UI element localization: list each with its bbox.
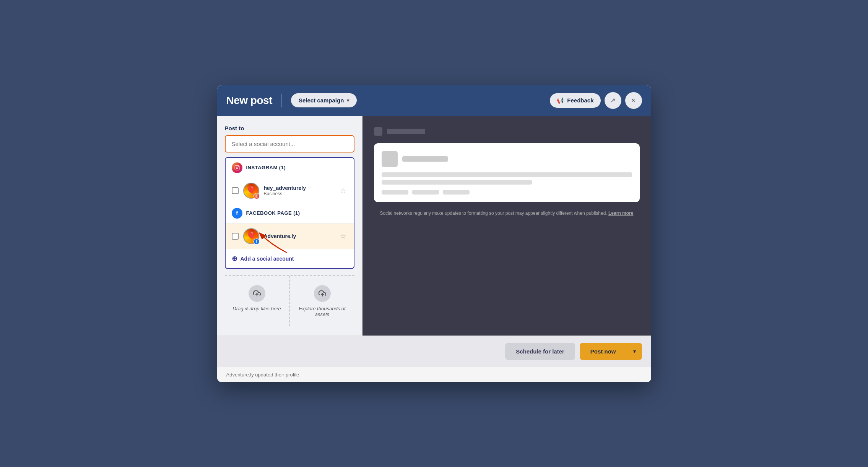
facebook-platform-name: FACEBOOK PAGE (1) [246, 210, 300, 216]
instagram-account-avatar: 🎈 [243, 183, 259, 199]
header-divider [281, 94, 282, 107]
preview-checkbox [374, 127, 382, 136]
instagram-account-item[interactable]: 🎈 hey_adventurely Business ☆ [226, 178, 354, 203]
preview-avatar-placeholder [382, 151, 398, 167]
preview-note: Social networks regularly make updates t… [374, 210, 640, 217]
learn-more-link[interactable]: Learn more [608, 211, 633, 216]
instagram-badge-icon [254, 193, 260, 199]
svg-rect-0 [235, 165, 239, 170]
explore-assets-zone[interactable]: Explore thousands of assets [290, 276, 354, 326]
post-to-label: Post to [225, 125, 354, 131]
add-social-account-section[interactable]: ⊕ Add a social account [226, 249, 354, 268]
feedback-button[interactable]: 📢 Feedback [550, 93, 600, 108]
facebook-platform-header: f FACEBOOK PAGE (1) [226, 203, 354, 223]
explore-assets-label: Explore thousands of assets [296, 306, 348, 317]
facebook-account-checkbox[interactable] [232, 233, 239, 240]
instagram-platform-name: INSTAGRAM (1) [246, 165, 286, 170]
preview-content-bars [382, 172, 632, 185]
add-social-account-label: Add a social account [241, 256, 294, 262]
preview-card [374, 143, 640, 202]
megaphone-icon: 📢 [557, 97, 564, 104]
instagram-account-star-button[interactable]: ☆ [338, 185, 348, 196]
left-panel: Post to INSTAGRAM (1) [217, 116, 362, 336]
instagram-account-info: hey_adventurely Business [264, 185, 334, 196]
preview-note-text: Social networks regularly make updates t… [380, 211, 607, 216]
facebook-account-info: Adventure.ly [264, 233, 334, 239]
instagram-account-checkbox[interactable] [232, 187, 239, 194]
upload-area: Drag & drop files here Explore thousands… [225, 275, 354, 326]
preview-content-bar-1 [382, 172, 632, 177]
accounts-list: INSTAGRAM (1) 🎈 [225, 157, 354, 269]
feedback-label: Feedback [567, 97, 593, 104]
facebook-account-star-button[interactable]: ☆ [338, 230, 348, 242]
preview-action-bar-1 [382, 190, 408, 195]
post-now-group: Post now ▾ [580, 343, 642, 360]
close-icon: × [632, 97, 635, 104]
preview-name-bar [402, 156, 448, 162]
select-campaign-label: Select campaign [299, 97, 344, 104]
new-post-modal: New post Select campaign ▾ 📢 Feedback ↗ … [217, 85, 651, 382]
explore-icon [314, 285, 331, 302]
instagram-account-type: Business [264, 191, 334, 196]
bottom-bar-text: Adventure.ly updated their profile [226, 372, 299, 378]
modal-footer: Schedule for later Post now ▾ [217, 336, 651, 367]
upload-icon [249, 285, 265, 302]
drag-drop-label: Drag & drop files here [232, 306, 281, 311]
right-panel: Social networks regularly make updates t… [362, 116, 651, 336]
facebook-icon: f [232, 208, 242, 219]
select-campaign-button[interactable]: Select campaign ▾ [291, 93, 357, 107]
post-now-button[interactable]: Post now [580, 343, 627, 360]
preview-action-bar-2 [412, 190, 439, 195]
close-button[interactable]: × [625, 92, 642, 109]
preview-content-bar-2 [382, 180, 532, 185]
svg-rect-3 [255, 195, 258, 197]
modal-title: New post [226, 94, 272, 107]
facebook-badge-icon: f [254, 238, 260, 245]
social-account-search-input[interactable] [225, 135, 354, 152]
instagram-account-name: hey_adventurely [264, 185, 334, 191]
svg-point-4 [256, 195, 257, 196]
instagram-platform-header: INSTAGRAM (1) [226, 158, 354, 178]
preview-action-bars [382, 190, 632, 195]
minimize-icon: ↗ [610, 97, 615, 104]
preview-header [374, 127, 640, 136]
svg-point-2 [238, 166, 239, 167]
plus-circle-icon: ⊕ [232, 255, 237, 263]
instagram-icon [232, 162, 242, 173]
chevron-down-icon: ▾ [347, 98, 349, 103]
svg-point-1 [236, 167, 238, 169]
post-now-dropdown-button[interactable]: ▾ [627, 343, 642, 360]
facebook-account-avatar: 🎈 f [243, 228, 259, 244]
header-actions: 📢 Feedback ↗ × [550, 92, 642, 109]
preview-card-header [382, 151, 632, 167]
modal-header: New post Select campaign ▾ 📢 Feedback ↗ … [217, 85, 651, 116]
facebook-account-name: Adventure.ly [264, 233, 334, 239]
chevron-down-icon: ▾ [633, 348, 636, 354]
minimize-button[interactable]: ↗ [605, 92, 621, 109]
drag-drop-zone[interactable]: Drag & drop files here [225, 276, 290, 326]
modal-body: Post to INSTAGRAM (1) [217, 116, 651, 336]
preview-label-bar [387, 129, 425, 134]
preview-action-bar-3 [443, 190, 470, 195]
schedule-for-later-button[interactable]: Schedule for later [505, 343, 575, 360]
bottom-bar: Adventure.ly updated their profile [217, 367, 651, 382]
facebook-account-item[interactable]: 🎈 f Adventure.ly ☆ [226, 223, 354, 249]
